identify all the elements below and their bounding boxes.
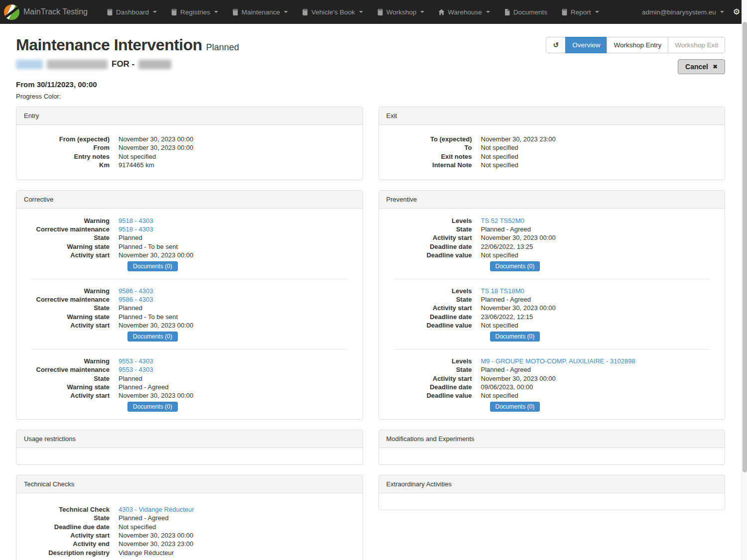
warning-link[interactable]: 9518 - 4303 [119,217,153,224]
panel-usage-restrictions: Usage restrictions [16,430,363,465]
nav-item-report[interactable]: Report [554,0,606,24]
field-row: Internal NoteNot specified [386,161,718,169]
documents-button[interactable]: Documents (0) [490,261,540,271]
documents-button[interactable]: Documents (0) [127,402,178,412]
redacted-reference [47,60,108,69]
field-row: LevelsTS 52 TS52M0 [386,217,718,225]
book-icon [561,9,568,15]
tab-workshop-exit[interactable]: Workshop Exit [668,37,725,53]
caret-down-icon [420,11,424,13]
field-row: To (expected)November 30, 2023 23:00 [386,135,718,143]
field-row: Activity startNovember 30, 2023 00:00 [386,374,718,383]
nav-item-label: Maintenance [242,8,280,16]
field-row: StatePlanned - Agreed [386,365,718,374]
nav-item-documents[interactable]: Documents [497,0,554,24]
field-row: Warning9586 - 4303 [24,287,355,295]
item-separator [394,279,710,279]
panel-usage-restrictions-title: Usage restrictions [16,430,363,448]
field-row: Deadline valueNot specified [386,251,718,259]
nav-item-registries[interactable]: Registries [164,0,225,24]
panel-corrective: Corrective Warning9518 - 4303 Corrective… [16,190,363,420]
top-navbar: MainTrack Testing Dashboard Registries M… [0,0,747,24]
field-row: FromNovember 30, 2023 00:00 [24,143,355,152]
levels-link[interactable]: M9 - GROUPE MOTO-COMP. AUXILIAIRE - 3102… [481,357,635,365]
user-email: admin@binarysystem.eu [642,8,716,16]
page-scrollbar[interactable] [742,0,747,560]
field-row: Corrective maintenance9518 - 4303 [24,225,355,233]
field-row: Activity startNovember 30, 2023 00:00 [24,321,355,330]
field-row: Deadline date23/06/2022, 12:15 [386,313,718,321]
nav-item-dashboard[interactable]: Dashboard [100,0,164,24]
field-row: ToNot specified [386,143,718,152]
documents-button[interactable]: Documents (0) [127,332,178,341]
corrective-maintenance-link[interactable]: 9553 - 4303 [119,366,153,373]
corrective-item: Warning9553 - 4303 Corrective maintenanc… [24,357,355,412]
field-row: Deadline valueNot specified [386,391,718,400]
field-row: Activity endNovember 30, 2023 23:00 [24,540,355,548]
nav-item-maintenance[interactable]: Maintenance [225,0,295,24]
caret-down-icon [359,11,363,13]
scrollbar-thumb[interactable] [743,22,747,472]
nav-item-warehouse[interactable]: Warehouse [431,0,497,24]
field-row: Activity startNovember 30, 2023 00:00 [24,531,355,540]
field-row: LevelsM9 - GROUPE MOTO-COMP. AUXILIAIRE … [386,357,718,365]
brand[interactable]: MainTrack Testing [4,4,100,20]
home-icon [438,9,445,15]
panel-entry: Entry From (expected)November 30, 2023 0… [16,107,363,180]
brand-name: MainTrack Testing [23,7,88,16]
panel-technical-checks-title: Technical Checks [16,475,363,493]
history-button[interactable]: ↺ [546,37,566,53]
preventive-item: LevelsTS 18 TS18M0 StatePlanned - Agreed… [386,287,718,341]
book-icon [107,9,113,15]
user-menu[interactable]: admin@binarysystem.eu [642,8,724,16]
book-icon [232,9,239,15]
for-label: FOR - [112,59,134,69]
field-row: StatePlanned [24,374,355,383]
main-nav: Dashboard Registries Maintenance Vehicle… [100,0,606,24]
panel-preventive: Preventive LevelsTS 52 TS52M0 StatePlann… [378,190,726,420]
field-row: Deadline due dateNot specified [24,523,355,531]
redacted-code [16,60,43,69]
documents-button[interactable]: Documents (0) [127,261,178,271]
field-row: Km9174465 km [24,161,355,169]
tab-overview[interactable]: Overview [565,37,607,53]
field-row: Activity startNovember 30, 2023 00:00 [24,251,355,259]
levels-link[interactable]: TS 52 TS52M0 [481,217,524,224]
nav-item-label: Workshop [386,8,417,16]
panel-technical-checks: Technical Checks Technical Check4303 - V… [16,475,363,560]
field-row: Warning statePlanned - To be sent [24,313,355,321]
field-row: From (expected)November 30, 2023 00:00 [24,135,355,143]
panel-extraordinary: Extraordinary Activities [378,475,726,510]
panel-exit: Exit To (expected)November 30, 2023 23:0… [378,107,726,180]
field-row: Activity startNovember 30, 2023 00:00 [386,304,718,312]
cancel-button[interactable]: Cancel ✖ [678,59,725,74]
nav-item-label: Vehicle's Book [311,8,355,16]
technical-check-link[interactable]: 4303 - Vidange Réducteur [119,506,194,513]
nav-item-workshop[interactable]: Workshop [370,0,432,24]
corrective-maintenance-link[interactable]: 9586 - 4303 [119,296,153,303]
panel-modifications-title: Modifications and Experiments [379,430,725,448]
field-row: Technical Check4303 - Vidange Réducteur [24,505,355,514]
tab-workshop-entry[interactable]: Workshop Entry [607,37,668,53]
nav-item-vehicles-book[interactable]: Vehicle's Book [295,0,370,24]
field-row: StatePlanned - Agreed [386,225,718,233]
corrective-maintenance-link[interactable]: 9518 - 4303 [119,225,153,233]
nav-item-label: Registries [180,8,210,16]
item-separator [31,279,348,279]
panel-modifications: Modifications and Experiments [378,430,726,465]
caret-down-icon [214,11,218,13]
gear-icon[interactable]: ⚙ [733,8,740,16]
caret-down-icon [595,11,599,13]
levels-link[interactable]: TS 18 TS18M0 [481,287,524,295]
field-row: StatePlanned - Agreed [24,514,355,522]
caret-down-icon [153,11,157,13]
from-date-line: From 30/11/2023, 00:00 [16,80,725,89]
documents-button[interactable]: Documents (0) [490,332,540,341]
field-row: Exit notesNot specified [386,152,718,161]
panel-entry-title: Entry [16,107,363,125]
warning-link[interactable]: 9586 - 4303 [119,287,153,295]
warning-link[interactable]: 9553 - 4303 [119,357,153,365]
documents-button[interactable]: Documents (0) [490,402,540,412]
intervention-subtitle: FOR - [16,59,171,69]
page-title: Maintenance InterventionPlanned [16,36,239,54]
